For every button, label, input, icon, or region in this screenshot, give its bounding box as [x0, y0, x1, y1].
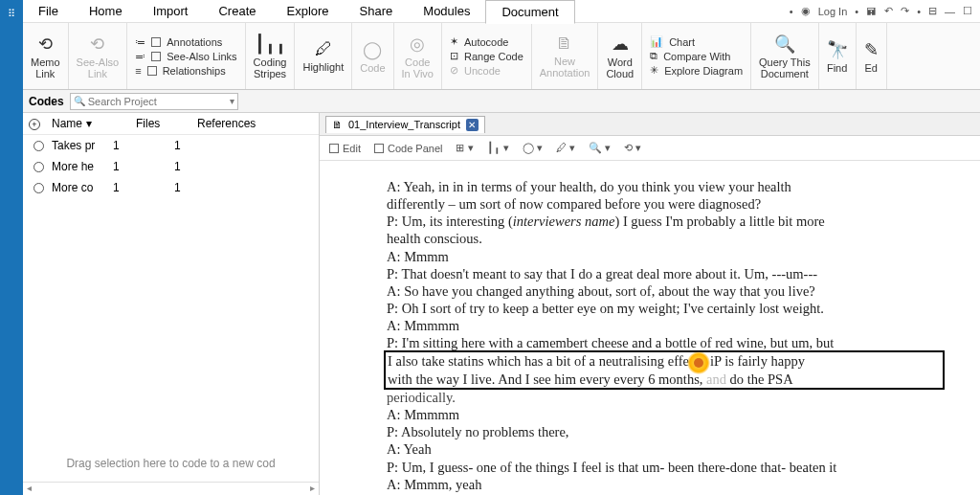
ribbon-find[interactable]: 🔭 Find — [819, 23, 857, 89]
highlight-icon: 🖊 — [315, 39, 332, 59]
chevron-down-icon: ▾ — [86, 117, 92, 130]
code-row[interactable]: Takes pr 1 1 — [23, 135, 319, 156]
codes-label: Codes — [23, 95, 70, 108]
ribbon-query-this[interactable]: 🔍 Query This Document — [751, 23, 819, 89]
node-icon — [33, 183, 44, 193]
ribbon-range-code[interactable]: ⊡Range Code — [450, 50, 523, 62]
range-icon: ⊡ — [450, 50, 458, 62]
tab-interview-transcript[interactable]: 🗎 01_Interview_Transcript ✕ — [325, 116, 485, 133]
wand-icon: ✶ — [450, 35, 458, 48]
toggle-seealso[interactable]: ≕See-Also Links — [135, 51, 236, 63]
code-panel-toggle[interactable]: Code Panel — [374, 143, 443, 154]
col-files[interactable]: Files — [136, 117, 193, 130]
menubar: File Home Import Create Explore Share Mo… — [23, 0, 980, 23]
sync-icon[interactable]: • — [790, 6, 793, 17]
ribbon-chart[interactable]: 📊Chart — [650, 35, 695, 48]
stripes-icon: ┃╻╻ — [255, 34, 286, 55]
ribbon-uncode: ⊘Uncode — [450, 64, 501, 77]
highlighted-selection[interactable]: I also take statins which has a bit of a… — [384, 350, 945, 390]
ribbon-autocode[interactable]: ✶Autocode — [450, 35, 508, 48]
menu-explore[interactable]: Explore — [272, 0, 345, 22]
cursor-highlight-icon — [689, 355, 710, 371]
ribbon-highlight[interactable]: 🖊 Highlight — [295, 23, 352, 89]
search-project-input[interactable] — [70, 93, 238, 110]
circle-icon: ◯ — [363, 39, 382, 60]
link-menu[interactable]: ⟲ ▾ — [624, 142, 641, 154]
col-name[interactable]: Name ▾ — [52, 117, 132, 130]
link-icon: ⟲ — [38, 34, 53, 55]
code-dropzone[interactable]: Drag selection here to code to a new cod — [23, 444, 319, 482]
minimize-icon[interactable]: — — [945, 6, 955, 17]
ribbon-explore-diagram[interactable]: ✳Explore Diagram — [650, 64, 743, 77]
cloud-icon: ☁ — [612, 34, 629, 55]
ribbon-coding-stripes[interactable]: ┃╻╻ Coding Stripes — [246, 23, 296, 89]
help-icon[interactable]: ⊟ — [928, 5, 937, 17]
edit-toggle[interactable]: Edit — [329, 143, 361, 154]
menu-modules[interactable]: Modules — [408, 0, 485, 22]
menu-home[interactable]: Home — [74, 0, 138, 22]
user-icon[interactable]: ◉ — [801, 5, 811, 17]
ribbon-new-annotation: 🗎 New Annotation — [532, 23, 599, 89]
codes-bar: Codes 🔍 ▾ — [23, 90, 980, 113]
uncode-icon: ⊘ — [450, 64, 458, 77]
document-tabs: 🗎 01_Interview_Transcript ✕ — [320, 113, 980, 136]
ribbon-view-toggles: ≔Annotations ≕See-Also Links ≡Relationsh… — [127, 23, 245, 89]
undo-icon[interactable]: ↶ — [884, 5, 893, 17]
circle-menu[interactable]: ◯ ▾ — [523, 142, 543, 154]
sidebar-scrollbar[interactable]: ◂▸ — [23, 482, 319, 495]
menu-file[interactable]: File — [23, 0, 74, 22]
close-tab-button[interactable]: ✕ — [466, 119, 479, 131]
stripes-menu[interactable]: ┃╻ ▾ — [487, 142, 509, 154]
ribbon-seealso-link: ⟲ See-Also Link — [69, 23, 128, 89]
menu-import[interactable]: Import — [138, 0, 204, 22]
ribbon: ⟲ Memo Link ⟲ See-Also Link ≔Annotations… — [23, 23, 980, 90]
ribbon-code: ◯ Code — [352, 23, 393, 89]
node-icon — [33, 141, 44, 151]
ribbon-code-invivo: ◎ Code In Vivo — [394, 23, 442, 89]
codes-sidebar: + Name ▾ Files References Takes pr 1 1 M… — [23, 113, 320, 495]
pen-menu[interactable]: 🖊 ▾ — [556, 142, 575, 154]
link-icon: ⟲ — [90, 34, 104, 55]
add-code-button[interactable]: + — [29, 119, 40, 130]
layout-menu[interactable]: ⊞ ▾ — [456, 142, 473, 154]
maximize-icon[interactable]: ☐ — [963, 5, 972, 17]
chart-icon: 📊 — [650, 35, 663, 48]
pencil-icon: ✎ — [864, 39, 879, 60]
code-row[interactable]: More co 1 1 — [23, 177, 319, 198]
magnify-icon: 🔍 — [774, 34, 795, 55]
ribbon-compare[interactable]: ⧉Compare With — [650, 50, 730, 62]
document-toolbar: Edit Code Panel ⊞ ▾ ┃╻ ▾ ◯ ▾ 🖊 ▾ 🔍 ▾ ⟲ ▾ — [320, 136, 980, 161]
node-icon — [33, 162, 44, 172]
circle-dot-icon: ◎ — [410, 34, 425, 55]
note-icon: 🗎 — [556, 34, 573, 54]
ribbon-memo-link[interactable]: ⟲ Memo Link — [23, 23, 69, 89]
menu-share[interactable]: Share — [345, 0, 409, 22]
document-content[interactable]: A: Yeah, in in in terms of your health, … — [320, 161, 980, 495]
redo-icon[interactable]: ↷ — [901, 5, 909, 17]
toggle-relationships[interactable]: ≡Relationships — [135, 65, 225, 77]
compare-icon: ⧉ — [650, 50, 657, 62]
menu-document[interactable]: Document — [485, 0, 574, 24]
col-references[interactable]: References — [197, 117, 313, 130]
chevron-down-icon[interactable]: ▾ — [230, 96, 234, 106]
search-icon: 🔍 — [74, 96, 85, 106]
toggle-annotations[interactable]: ≔Annotations — [135, 36, 222, 49]
diagram-icon: ✳ — [650, 64, 658, 77]
save-icon[interactable]: 🖬 — [866, 6, 877, 17]
ribbon-edit[interactable]: ✎ Ed — [857, 23, 887, 89]
login-link[interactable]: Log In — [818, 6, 848, 17]
binoculars-icon: 🔭 — [827, 39, 848, 60]
doc-icon: 🗎 — [332, 119, 343, 130]
ribbon-word-cloud[interactable]: ☁ Word Cloud — [598, 23, 642, 89]
app-left-rail: ⠿ — [0, 0, 23, 495]
menu-create[interactable]: Create — [203, 0, 271, 22]
code-row[interactable]: More he 1 1 — [23, 156, 319, 177]
zoom-menu[interactable]: 🔍 ▾ — [589, 142, 611, 154]
